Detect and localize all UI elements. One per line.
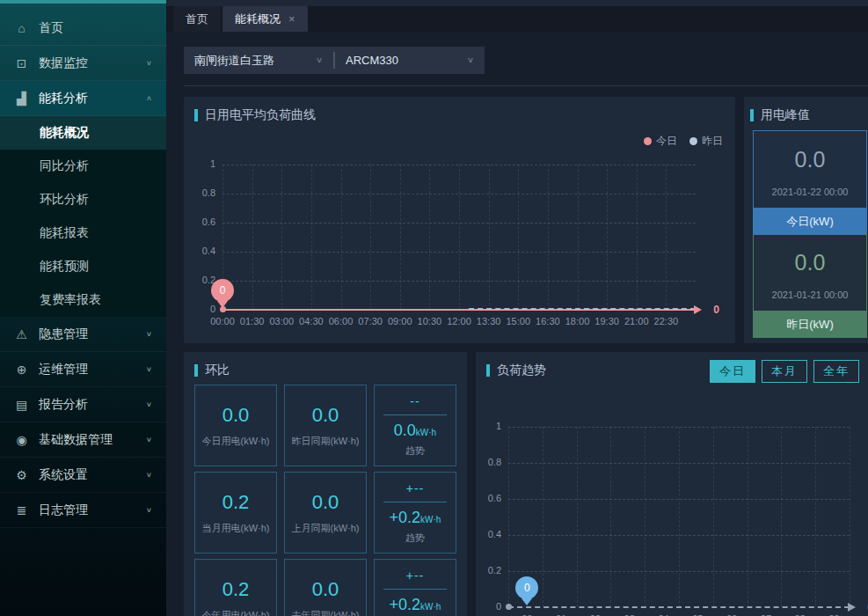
legend-item-今日[interactable]: 今日 <box>644 134 677 149</box>
daily-load-panel: 日用电平均负荷曲线 今日昨日 00.20.40.60.8100:0001:300… <box>184 97 735 343</box>
chevron-down-icon: ∨ <box>467 55 474 64</box>
huanbi-value: 0.0 <box>312 491 339 514</box>
trend-value-unit: kW·h <box>416 428 436 437</box>
panel-title-text: 环比 <box>205 363 230 378</box>
peak-card-今日(kW): 0.02021-01-22 00:00今日(kW) <box>753 130 867 235</box>
filter-bar: 南闸街道白玉路 ∨ ARCM330 ∨ <box>184 47 485 74</box>
sidebar-item-报告分析[interactable]: ▤报告分析∨ <box>0 387 166 422</box>
sidebar-subitem-能耗概况[interactable]: 能耗概况 <box>0 116 166 150</box>
huanbi-label: 上月同期(kW·h) <box>292 522 360 535</box>
chevron-up-icon: ∧ <box>146 94 152 102</box>
data-point-marker[interactable]: 0 <box>211 279 234 302</box>
huanbi-label: 今年用电(kW·h) <box>202 609 270 616</box>
peak-card-label: 今日(kW) <box>753 209 867 235</box>
sidebar-item-基础数据管理[interactable]: ◉基础数据管理∨ <box>0 422 166 458</box>
sidebar-subitem-同比分析[interactable]: 同比分析 <box>0 150 166 183</box>
v-gridline <box>370 165 371 310</box>
operations-icon: ⊕ <box>14 363 29 377</box>
y-axis-tick: 1 <box>186 158 215 169</box>
data-point-marker[interactable]: 0 <box>515 576 538 599</box>
v-gridline <box>518 165 519 310</box>
title-marker <box>750 109 754 121</box>
huanbi-value-card: 0.0上月同期(kW·h) <box>284 472 367 554</box>
sidebar-item-运维管理[interactable]: ⊕运维管理∨ <box>0 352 166 387</box>
sidebar-item-首页[interactable]: ⌂首页 <box>0 11 166 46</box>
huanbi-label: 今日用电(kW·h) <box>202 435 270 448</box>
panel-title-text: 日用电平均负荷曲线 <box>205 107 316 123</box>
chart-legend: 今日昨日 <box>644 134 723 149</box>
v-gridline <box>815 427 816 607</box>
axis-end-label: 0 <box>713 304 719 316</box>
sidebar-item-label: 运维管理 <box>39 362 88 378</box>
sidebar-subitem-能耗报表[interactable]: 能耗报表 <box>0 216 166 250</box>
sidebar-item-日志管理[interactable]: ≣日志管理∨ <box>0 493 166 528</box>
huanbi-title: 环比 <box>194 363 230 378</box>
trend-value-unit: kW·h <box>420 602 441 612</box>
series-zero-line <box>508 606 850 608</box>
huanbi-trend-card: +--+0.2kW·h趋势 <box>374 559 456 616</box>
huanbi-value-card: 0.0去年同期(kW·h) <box>284 559 367 616</box>
y-axis-tick: 1 <box>471 421 501 431</box>
trend-title: 负荷趋势 <box>486 363 546 378</box>
v-gridline <box>400 165 401 310</box>
sidebar-item-label: 报告分析 <box>39 397 88 413</box>
peak-card-body: 0.02021-01-21 00:00 <box>753 233 867 312</box>
v-gridline <box>610 427 611 607</box>
close-icon[interactable]: × <box>288 12 295 26</box>
legend-item-昨日[interactable]: 昨日 <box>689 134 723 149</box>
trend-chart: 00.20.40.60.810001020304050607080900 <box>508 427 850 607</box>
sidebar-item-系统设置[interactable]: ⚙系统设置∨ <box>0 458 166 493</box>
panel-title-text: 用电峰值 <box>761 107 810 123</box>
axis-arrow <box>848 603 860 612</box>
huanbi-trend-top: -- <box>410 394 419 408</box>
huanbi-value: 0.0 <box>222 404 250 427</box>
huanbi-panel: 环比 0.0今日用电(kW·h)0.0昨日同期(kW·h)--0.0kW·h趋势… <box>184 352 467 616</box>
tab-首页[interactable]: 首页 <box>173 6 221 32</box>
title-marker <box>194 364 198 377</box>
series-overlay-line <box>469 308 696 310</box>
legend-dot <box>644 137 652 145</box>
peak-time: 2021-01-22 00:00 <box>772 187 849 197</box>
trend-button-今日[interactable]: 今日 <box>710 360 755 383</box>
sidebar-item-label: 隐患管理 <box>39 326 88 342</box>
huanbi-value-card: 0.2当月用电(kW·h) <box>194 472 277 554</box>
trend-button-本月[interactable]: 本月 <box>762 360 807 383</box>
huanbi-label: 当月用电(kW·h) <box>202 522 270 535</box>
peak-value: 0.0 <box>795 147 826 172</box>
x-axis-tick: 22:30 <box>644 316 688 326</box>
v-gridline <box>713 427 714 607</box>
tab-能耗概况[interactable]: 能耗概况× <box>222 6 308 32</box>
daily-load-title: 日用电平均负荷曲线 <box>194 107 316 123</box>
huanbi-value: 0.2 <box>222 578 250 601</box>
v-gridline <box>311 165 312 310</box>
window-strip <box>166 0 868 6</box>
sidebar-item-能耗分析[interactable]: ▟能耗分析∧ <box>0 81 166 116</box>
sidebar-subitem-复费率报表[interactable]: 复费率报表 <box>0 283 166 317</box>
trend-button-全年[interactable]: 全年 <box>813 360 859 383</box>
huanbi-trend-top: +-- <box>406 568 425 583</box>
sidebar-subitem-环比分析[interactable]: 环比分析 <box>0 183 166 216</box>
marker-tail <box>217 301 228 308</box>
sidebar-subitem-能耗预测[interactable]: 能耗预测 <box>0 250 166 283</box>
device-select[interactable]: ARCM330 ∨ <box>335 47 485 74</box>
v-gridline <box>850 427 850 607</box>
station-select[interactable]: 南闸街道白玉路 ∨ <box>184 47 333 74</box>
v-gridline <box>489 165 490 310</box>
huanbi-value: 0.0 <box>312 404 339 427</box>
base-data-icon: ◉ <box>14 433 29 447</box>
huanbi-separator <box>383 589 447 590</box>
v-gridline <box>645 427 646 607</box>
sidebar-item-label: 日志管理 <box>39 502 88 518</box>
huanbi-value-card: 0.0昨日同期(kW·h) <box>284 385 367 466</box>
sidebar-item-数据监控[interactable]: ⊡数据监控∨ <box>0 46 166 81</box>
sidebar-item-隐患管理[interactable]: ⚠隐患管理∨ <box>0 317 166 352</box>
y-axis-tick: 0.8 <box>186 187 215 198</box>
sidebar-item-label: 系统设置 <box>39 467 88 483</box>
v-gridline <box>637 165 638 310</box>
energy-analysis-icon: ▟ <box>14 92 29 106</box>
marker-tail <box>522 598 532 605</box>
daily-load-chart: 00.20.40.60.8100:0001:3003:0004:3006:000… <box>222 165 696 310</box>
v-gridline <box>508 427 509 607</box>
huanbi-separator <box>383 502 447 502</box>
v-gridline <box>252 165 253 310</box>
